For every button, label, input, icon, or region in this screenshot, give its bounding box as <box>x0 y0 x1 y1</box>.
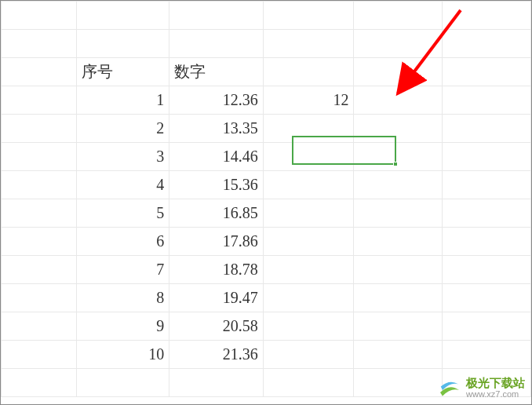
cell[interactable] <box>76 2 169 30</box>
cell[interactable] <box>443 171 531 199</box>
header-seq[interactable]: 序号 <box>76 58 169 86</box>
cell[interactable] <box>443 199 531 228</box>
watermark-url: www.xz7.com <box>466 389 525 399</box>
cell[interactable] <box>263 2 354 30</box>
cell[interactable] <box>76 30 169 58</box>
watermark-title: 极光下载站 <box>466 377 525 390</box>
cell[interactable] <box>263 228 354 256</box>
cell-seq[interactable]: 9 <box>76 312 169 341</box>
cell-val[interactable]: 19.47 <box>169 284 263 312</box>
cell[interactable] <box>2 256 77 284</box>
cell[interactable] <box>443 143 531 171</box>
cell-extra[interactable]: 12 <box>263 86 354 115</box>
cell[interactable] <box>354 341 443 369</box>
cell-seq[interactable]: 4 <box>76 171 169 199</box>
spreadsheet-grid[interactable]: 序号数字112.3612213.35314.46415.36516.85617.… <box>1 1 531 397</box>
cell-val[interactable]: 16.85 <box>169 199 263 228</box>
cell[interactable] <box>169 2 263 30</box>
cell[interactable] <box>263 199 354 228</box>
cell[interactable] <box>263 171 354 199</box>
cell[interactable] <box>443 228 531 256</box>
cell[interactable] <box>2 58 77 86</box>
cell[interactable] <box>443 256 531 284</box>
cell[interactable] <box>443 58 531 86</box>
cell[interactable] <box>2 115 77 143</box>
cell[interactable] <box>443 30 531 58</box>
cell[interactable] <box>263 256 354 284</box>
cell-seq[interactable]: 2 <box>76 115 169 143</box>
cell-val[interactable]: 14.46 <box>169 143 263 171</box>
cell[interactable] <box>354 115 443 143</box>
cell-seq[interactable]: 10 <box>76 341 169 369</box>
cell[interactable] <box>354 369 443 397</box>
cell[interactable] <box>354 30 443 58</box>
cell[interactable] <box>2 369 77 397</box>
cell-val[interactable]: 13.35 <box>169 115 263 143</box>
cell[interactable] <box>443 341 531 369</box>
cell[interactable] <box>2 341 77 369</box>
cell[interactable] <box>2 30 77 58</box>
cell[interactable] <box>263 369 354 397</box>
cell[interactable] <box>354 199 443 228</box>
cell[interactable] <box>443 2 531 30</box>
cell-seq[interactable]: 7 <box>76 256 169 284</box>
cell[interactable] <box>263 115 354 143</box>
cell[interactable] <box>76 369 169 397</box>
cell-seq[interactable]: 1 <box>76 86 169 115</box>
cell[interactable] <box>169 369 263 397</box>
cell-val[interactable]: 12.36 <box>169 86 263 115</box>
cell-val[interactable]: 21.36 <box>169 341 263 369</box>
cell-val[interactable]: 20.58 <box>169 312 263 341</box>
cell[interactable] <box>169 30 263 58</box>
cell[interactable] <box>354 2 443 30</box>
cell[interactable] <box>2 228 77 256</box>
watermark-logo-icon <box>438 376 461 400</box>
header-val[interactable]: 数字 <box>169 58 263 86</box>
cell[interactable] <box>263 30 354 58</box>
cell[interactable] <box>263 58 354 86</box>
cell[interactable] <box>354 171 443 199</box>
cell-seq[interactable]: 5 <box>76 199 169 228</box>
cell[interactable] <box>263 341 354 369</box>
cell[interactable] <box>2 2 77 30</box>
cell[interactable] <box>443 312 531 341</box>
cell[interactable] <box>2 143 77 171</box>
cell[interactable] <box>263 284 354 312</box>
watermark: 极光下载站 www.xz7.com <box>438 376 525 400</box>
cell[interactable] <box>443 86 531 115</box>
cell[interactable] <box>354 312 443 341</box>
cell[interactable] <box>2 199 77 228</box>
cell[interactable] <box>443 284 531 312</box>
cell[interactable] <box>2 86 77 115</box>
cell-seq[interactable]: 8 <box>76 284 169 312</box>
cell[interactable] <box>354 228 443 256</box>
cell[interactable] <box>2 312 77 341</box>
cell[interactable] <box>2 171 77 199</box>
cell[interactable] <box>263 143 354 171</box>
cell[interactable] <box>354 284 443 312</box>
cell[interactable] <box>354 256 443 284</box>
cell-seq[interactable]: 6 <box>76 228 169 256</box>
cell-val[interactable]: 15.36 <box>169 171 263 199</box>
cell-val[interactable]: 17.86 <box>169 228 263 256</box>
cell[interactable] <box>443 115 531 143</box>
cell[interactable] <box>354 86 443 115</box>
cell[interactable] <box>354 143 443 171</box>
cell[interactable] <box>263 312 354 341</box>
cell[interactable] <box>2 284 77 312</box>
cell-seq[interactable]: 3 <box>76 143 169 171</box>
cell[interactable] <box>354 58 443 86</box>
cell-val[interactable]: 18.78 <box>169 256 263 284</box>
